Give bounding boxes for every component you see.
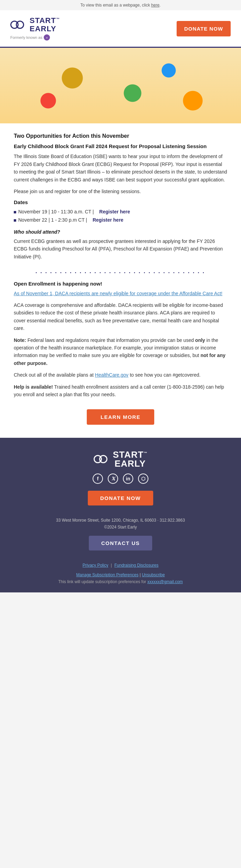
who-attend-body: Current ECBG grantees as well as prospec…	[14, 237, 227, 260]
logo-area: START™ EARLY Formerly known as o	[10, 16, 60, 41]
section1-body1: The Illinois State Board of Education (I…	[14, 153, 227, 183]
email-footer: START™ EARLY f 𝕏 in ⬡ DONATE NOW 33	[0, 438, 241, 592]
facebook-icon[interactable]: f	[93, 474, 103, 484]
logo-start: START™	[30, 16, 60, 25]
footer-copyright: ©2024 Start Early	[14, 525, 227, 530]
logo-text-block: START™ EARLY	[30, 16, 60, 33]
footer-links-separator: |	[111, 563, 113, 568]
logo-circles	[10, 18, 27, 31]
logo-circle-right	[16, 21, 24, 29]
unsubscribe-link[interactable]: Unsubscribe	[142, 572, 165, 577]
bullet-1	[14, 211, 16, 213]
dates-list: November 19 | 10 - 11:30 a.m. CT | Regis…	[14, 208, 227, 224]
dates-label: Dates	[14, 199, 227, 205]
bullet-2	[14, 219, 16, 222]
date-item-2: November 22 | 1 - 2:30 p.m CT | Register…	[14, 216, 227, 224]
aca-link[interactable]: As of November 1, DACA recipients are ne…	[14, 290, 227, 297]
section2-body2: Check out all of the available plans at …	[14, 371, 227, 379]
section1-title: Two Opportunities for Action this Novemb…	[14, 133, 227, 139]
top-bar-text: To view this email as a webpage, click	[81, 3, 151, 8]
privacy-policy-link[interactable]: Privacy Policy	[83, 563, 108, 568]
footer-logo-circles	[94, 453, 110, 466]
date-item-1: November 19 | 10 - 11:30 a.m. CT | Regis…	[14, 208, 227, 216]
footer-donate-wrap: DONATE NOW	[14, 491, 227, 512]
footer-address: 33 West Monroe Street, Suite 1200, Chica…	[14, 518, 227, 523]
footer-circle-right	[99, 455, 107, 463]
note-paragraph: Note: Federal laws and regulations requi…	[14, 336, 227, 367]
ounce-badge: o	[44, 34, 50, 41]
formerly-known: Formerly known as o	[10, 34, 60, 41]
footer-contact-wrap: CONTACT US	[14, 536, 227, 557]
footer-logo-area: START™ EARLY	[14, 450, 227, 468]
section1-body2: Please join us and register for one of t…	[14, 188, 227, 195]
twitter-icon[interactable]: 𝕏	[108, 474, 118, 484]
manage-subscription-link[interactable]: Manage Subscription Preferences	[76, 572, 138, 577]
footer-logo-inline: START™ EARLY	[14, 450, 227, 468]
logo-icon: START™ EARLY	[10, 16, 60, 33]
social-icons: f 𝕏 in ⬡	[14, 474, 227, 484]
header-donate-button[interactable]: DONATE NOW	[177, 21, 231, 36]
fundraising-disclosures-link[interactable]: Fundraising Disclosures	[114, 563, 158, 568]
divider-dots: • • • • • • • • • • • • • • • • • • • • …	[14, 265, 227, 281]
open-enroll-title: Open Enrollment is happening now!	[14, 281, 227, 287]
linkedin-icon[interactable]: in	[123, 474, 133, 484]
footer-update-text: This link will update subscription prefe…	[14, 579, 227, 584]
hero-image-inner	[0, 48, 241, 123]
note-label: Note:	[14, 337, 26, 343]
twitter-letter: 𝕏	[111, 476, 115, 481]
email-header: START™ EARLY Formerly known as o DONATE …	[0, 10, 241, 48]
who-attend-label: Who should attend?	[14, 229, 227, 235]
footer-logo-text-block: START™ EARLY	[113, 450, 148, 468]
contact-us-button[interactable]: CONTACT US	[89, 536, 152, 550]
footer-links: Privacy Policy | Fundraising Disclosures	[14, 563, 227, 568]
instagram-icon[interactable]: ⬡	[138, 474, 148, 484]
help-paragraph: Help is available! Trained health enroll…	[14, 383, 227, 399]
healthcare-link[interactable]: HealthCare.gov	[95, 372, 128, 378]
footer-manage: Manage Subscription Preferences | Unsubs…	[14, 572, 227, 577]
top-bar: To view this email as a webpage, click h…	[0, 0, 241, 10]
footer-donate-button[interactable]: DONATE NOW	[88, 491, 153, 505]
learn-more-wrap: LEARN MORE	[14, 402, 227, 428]
section1-subtitle: Early Childhood Block Grant Fall 2024 Re…	[14, 143, 227, 149]
footer-update-email[interactable]: xxxxxx@gmail.com	[147, 579, 183, 584]
learn-more-button[interactable]: LEARN MORE	[87, 409, 154, 425]
date2-register-link[interactable]: Register here	[93, 216, 123, 224]
main-content: Two Opportunities for Action this Novemb…	[0, 123, 241, 438]
section2-body1: ACA coverage is comprehensive and afford…	[14, 301, 227, 332]
logo-early: EARLY	[30, 25, 60, 33]
hero-image	[0, 48, 241, 123]
date1-register-link[interactable]: Register here	[99, 208, 130, 216]
view-webpage-link[interactable]: here	[151, 3, 159, 8]
